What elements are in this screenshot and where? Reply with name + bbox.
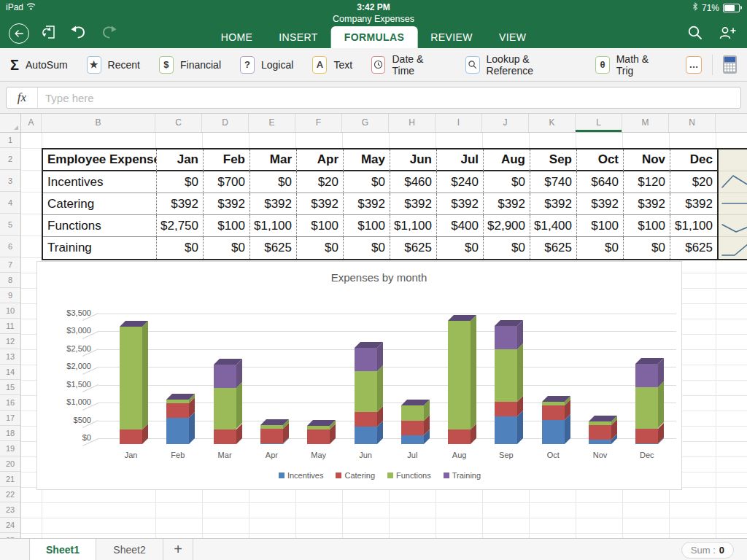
sparkline-cell-functions[interactable] [719, 215, 747, 237]
table-cell[interactable]: $100 [204, 215, 250, 237]
row-header-11[interactable]: 11 [0, 319, 20, 334]
table-cell[interactable]: $0 [484, 237, 530, 259]
row-header-25[interactable]: 25 [0, 533, 20, 538]
table-cell[interactable]: $640 [577, 171, 624, 193]
table-cell[interactable]: $1,400 [530, 215, 577, 237]
row-header-22[interactable]: 22 [0, 487, 20, 502]
table-cell[interactable]: Nov [624, 149, 670, 171]
column-header-k[interactable]: K [529, 114, 576, 132]
ribbon-button-logical[interactable]: ?Logical [240, 56, 293, 74]
more-functions-button[interactable]: … [686, 56, 702, 74]
column-header-f[interactable]: F [295, 114, 342, 132]
tab-review[interactable]: REVIEW [417, 26, 486, 48]
redo-button[interactable] [100, 25, 118, 43]
table-cell[interactable]: $100 [297, 215, 344, 237]
column-header-d[interactable]: D [202, 114, 249, 132]
table-cell[interactable]: Mar [250, 149, 297, 171]
sheet-tab-sheet2[interactable]: Sheet2 [96, 539, 163, 560]
table-cell[interactable]: Sep [530, 149, 577, 171]
row-header-5[interactable]: 5 [0, 214, 20, 236]
row-header-7[interactable]: 7 [0, 257, 20, 273]
ribbon-button-recent[interactable]: ★Recent [87, 56, 140, 74]
sum-indicator[interactable]: Sum : 0 [681, 542, 734, 559]
row-header-14[interactable]: 14 [0, 365, 20, 380]
table-cell[interactable]: $0 [344, 237, 390, 259]
column-header-g[interactable]: G [342, 114, 389, 132]
table-cell[interactable]: Catering [43, 193, 157, 215]
row-header-3[interactable]: 3 [0, 170, 20, 192]
table-cell[interactable]: $0 [157, 171, 204, 193]
table-cell[interactable]: Employee Expenses [43, 149, 157, 171]
select-all-corner[interactable] [0, 114, 21, 133]
table-cell[interactable]: Oct [577, 149, 624, 171]
table-cell[interactable]: $392 [624, 193, 670, 215]
table-cell[interactable]: $0 [157, 237, 204, 259]
table-cell[interactable]: $0 [437, 237, 484, 259]
row-header-15[interactable]: 15 [0, 380, 20, 395]
table-cell[interactable]: $392 [437, 193, 484, 215]
row-header-1[interactable]: 1 [0, 133, 20, 148]
sparkline-cell-catering[interactable] [719, 193, 747, 215]
table-cell[interactable]: $392 [670, 193, 717, 215]
column-header-i[interactable]: I [436, 114, 482, 132]
table-cell[interactable]: Incentives [43, 171, 157, 193]
column-header-e[interactable]: E [249, 114, 295, 132]
sparkline-cell-training[interactable] [719, 237, 747, 259]
table-cell[interactable]: $400 [437, 215, 484, 237]
column-header-j[interactable]: J [482, 114, 529, 132]
save-sync-icon[interactable] [42, 24, 57, 44]
table-cell[interactable]: Jul [437, 149, 484, 171]
table-cell[interactable]: $625 [250, 237, 297, 259]
search-icon[interactable] [687, 25, 703, 44]
table-cell[interactable]: $392 [530, 193, 577, 215]
table-cell[interactable]: Jun [390, 149, 437, 171]
table-cell[interactable]: $392 [297, 193, 344, 215]
table-cell[interactable]: $392 [250, 193, 297, 215]
row-header-20[interactable]: 20 [0, 456, 20, 472]
add-sheet-button[interactable]: + [163, 539, 193, 560]
table-cell[interactable]: May [344, 149, 390, 171]
tab-formulas[interactable]: FORMULAS [331, 26, 418, 48]
table-cell[interactable]: $625 [670, 237, 717, 259]
row-header-16[interactable]: 16 [0, 395, 20, 411]
table-cell[interactable]: Training [43, 237, 157, 259]
table-cell[interactable]: Feb [204, 149, 250, 171]
ribbon-button-date-time[interactable]: Date & Time [371, 53, 446, 77]
table-cell[interactable]: $0 [344, 171, 390, 193]
column-header-c[interactable]: C [155, 114, 202, 132]
table-cell[interactable]: $625 [530, 237, 577, 259]
ribbon-button-math-trig[interactable]: θMath & Trig [595, 53, 667, 77]
row-header-12[interactable]: 12 [0, 334, 20, 349]
expenses-chart[interactable]: Expenses by month $0$500$1,000$1,500$2,0… [36, 261, 682, 490]
row-header-23[interactable]: 23 [0, 502, 20, 518]
row-header-6[interactable]: 6 [0, 236, 20, 257]
table-cell[interactable]: $700 [204, 171, 250, 193]
table-cell[interactable]: $392 [577, 193, 624, 215]
table-cell[interactable]: $100 [577, 215, 624, 237]
table-cell[interactable]: $100 [344, 215, 390, 237]
back-button[interactable] [9, 23, 29, 44]
tab-home[interactable]: HOME [208, 26, 266, 48]
row-header-8[interactable]: 8 [0, 273, 20, 288]
row-header-18[interactable]: 18 [0, 426, 20, 441]
table-cell[interactable]: $0 [577, 237, 624, 259]
row-header-21[interactable]: 21 [0, 472, 20, 487]
row-header-10[interactable]: 10 [0, 303, 20, 319]
ribbon-button-lookup-reference[interactable]: Lookup & Reference [465, 53, 576, 77]
row-header-2[interactable]: 2 [0, 148, 20, 170]
ribbon-button-financial[interactable]: $Financial [159, 56, 221, 74]
table-cell[interactable]: $120 [624, 171, 670, 193]
table-cell[interactable]: $0 [297, 237, 344, 259]
sheet-tab-sheet1[interactable]: Sheet1 [29, 539, 96, 560]
table-cell[interactable]: Dec [670, 149, 717, 171]
sparkline-cell-incentives[interactable] [719, 171, 747, 193]
sparkline-header-cell[interactable] [719, 149, 747, 171]
row-header-24[interactable]: 24 [0, 518, 20, 533]
column-header-b[interactable]: B [42, 114, 155, 132]
table-cell[interactable]: $392 [344, 193, 390, 215]
table-cell[interactable]: $240 [437, 171, 484, 193]
share-people-icon[interactable] [718, 25, 737, 44]
table-cell[interactable]: Jan [157, 149, 204, 171]
table-cell[interactable]: $0 [624, 237, 670, 259]
row-header-19[interactable]: 19 [0, 441, 20, 456]
